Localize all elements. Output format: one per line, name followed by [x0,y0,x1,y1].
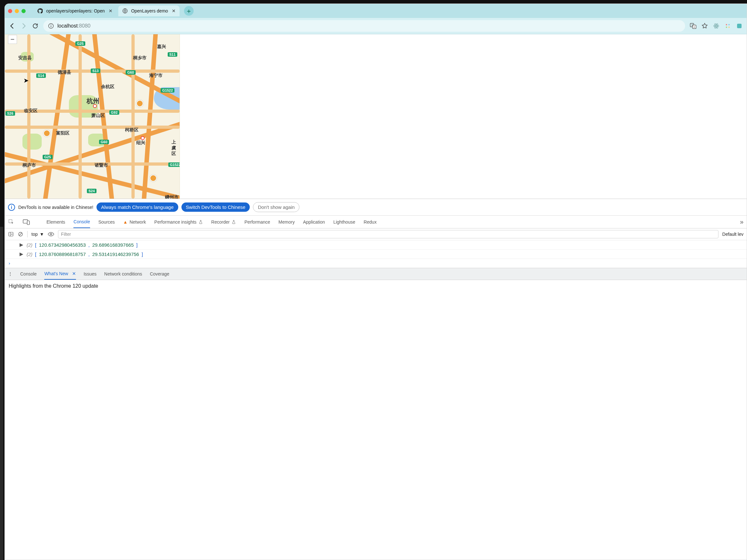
inspect-element-icon[interactable] [8,219,15,225]
tab-redux[interactable]: Redux [364,216,377,228]
context-selector[interactable]: top▼ [31,232,44,237]
map-road [42,34,72,198]
tab-performance[interactable]: Performance [244,216,270,228]
road-badge: G60 [126,70,136,75]
console-prompt[interactable]: › [5,259,747,268]
tab-lighthouse[interactable]: Lighthouse [333,216,356,228]
map-city-label: 海宁市 [149,73,162,79]
map-park [22,134,42,150]
bookmark-star-icon[interactable] [701,22,708,29]
extension-icon[interactable] [724,22,731,29]
console-log-row[interactable]: ▶ (2) [120.67342980456353, 29.6896168397… [5,240,747,249]
back-button[interactable] [9,22,16,29]
console-log-row[interactable]: ▶ (2) [120.87608896818757, 29.5314191462… [5,249,747,259]
globe-icon [122,8,128,14]
banner-switch-language-button[interactable]: Switch DevTools to Chinese [181,203,250,212]
banner-always-match-button[interactable]: Always match Chrome's language [97,203,178,212]
live-expression-icon[interactable] [48,232,54,236]
svg-point-15 [728,27,730,28]
svg-text:文: 文 [691,24,693,27]
drawer-tab-coverage[interactable]: Coverage [150,268,169,280]
map-road [79,34,82,198]
devtools-locale-banner: i DevTools is now available in Chinese! … [5,199,747,216]
device-toolbar-icon[interactable] [23,219,30,225]
console-output: ▶ (2) [120.67342980456353, 29.6896168397… [5,240,747,268]
map-city-label: 柯桥区 [125,127,138,133]
svg-point-2 [51,25,51,25]
site-info-icon[interactable] [48,23,54,29]
tab-network[interactable]: ▲Network [123,216,146,228]
map-city-label: 临安区 [24,108,37,114]
road-badge: S26 [5,111,15,116]
map-zoom-out-button[interactable]: − [8,35,17,44]
road-badge: G92 [109,110,119,115]
expand-icon[interactable]: ▶ [20,251,23,257]
banner-dont-show-button[interactable]: Don't show again [253,202,300,212]
drawer-tab-network-conditions[interactable]: Network conditions [104,268,142,280]
tab-recorder[interactable]: Recorder [211,216,236,228]
minimize-window-button[interactable] [15,9,19,13]
svg-point-8 [716,25,717,26]
tab-memory[interactable]: Memory [279,216,295,228]
reload-button[interactable] [32,22,39,29]
drawer-tab-whats-new[interactable]: What's New ✕ [44,268,76,280]
close-window-button[interactable] [8,9,12,13]
mouse-cursor-icon: ➤ [23,77,29,84]
map-feature-marker[interactable] [43,130,50,137]
expand-icon[interactable]: ▶ [20,242,23,248]
console-filter-input[interactable]: Filter [58,230,719,238]
road-badge: G60 [99,140,109,144]
map-feature-marker[interactable] [136,100,143,107]
tab-title: OpenLayers demo [131,8,168,14]
svg-point-12 [726,24,727,25]
drawer-tab-issues[interactable]: Issues [84,268,97,280]
svg-line-23 [19,233,22,236]
clear-console-icon[interactable] [18,231,23,237]
map-city-label: 富阳区 [56,130,70,136]
svg-rect-17 [9,219,12,223]
map-city-label: 嵊州市 [165,194,179,198]
maximize-window-button[interactable] [22,9,26,13]
tab-console[interactable]: Console [73,216,90,228]
extension-react-icon[interactable] [713,22,720,29]
map-city-label: 德清县 [58,70,71,75]
tab-strip: openlayers/openlayers: Open ✕ OpenLayers… [5,4,747,18]
tab-sources[interactable]: Sources [98,216,115,228]
svg-rect-19 [27,221,29,224]
translate-icon[interactable]: 文A [690,22,697,29]
map-city-label: 余杭区 [101,84,114,90]
map-feature-marker[interactable] [150,175,157,182]
road-badge: S13 [91,69,100,73]
tab-elements[interactable]: Elements [47,216,65,228]
road-badge: G1522 [168,162,180,167]
svg-point-14 [726,27,727,28]
whats-new-headline: Highlights from the Chrome 120 update [9,283,98,289]
map-city-label: 桐乡市 [133,55,147,61]
close-tab-icon[interactable]: ✕ [108,8,113,14]
tab-openlayers-demo[interactable]: OpenLayers demo ✕ [118,5,180,16]
url-port: :8080 [78,23,91,28]
extension-icon[interactable] [736,22,743,29]
drawer-tab-console[interactable]: Console [20,268,36,280]
window-traffic-lights[interactable] [8,9,26,13]
toggle-sidebar-icon[interactable] [8,231,14,237]
editor-gutter [0,227,3,560]
tab-performance-insights[interactable]: Performance insights [154,216,203,228]
drawer-menu-icon[interactable]: ⋮ [8,271,12,276]
url-field[interactable]: localhost:8080 [43,20,685,32]
new-tab-button[interactable]: ＋ [184,6,194,16]
road-badge: G1522 [161,88,174,92]
close-icon[interactable]: ✕ [72,271,76,276]
openlayers-map[interactable]: − ➤ 杭州 绍兴 嘉兴 桐乡市 [5,34,180,198]
more-tabs-icon[interactable]: » [740,218,744,225]
url-host: localhost [57,23,78,28]
map-city-label: 上虞区 [172,139,180,157]
map-city-label: 杭州 [86,97,99,105]
map-city-label: 嘉兴 [157,44,166,50]
tab-application[interactable]: Application [303,216,325,228]
flask-icon [231,220,236,224]
log-levels-selector[interactable]: Default lev [722,232,744,237]
forward-button[interactable] [20,22,27,29]
tab-openlayers-repo[interactable]: openlayers/openlayers: Open ✕ [33,5,117,16]
close-tab-icon[interactable]: ✕ [171,8,176,14]
